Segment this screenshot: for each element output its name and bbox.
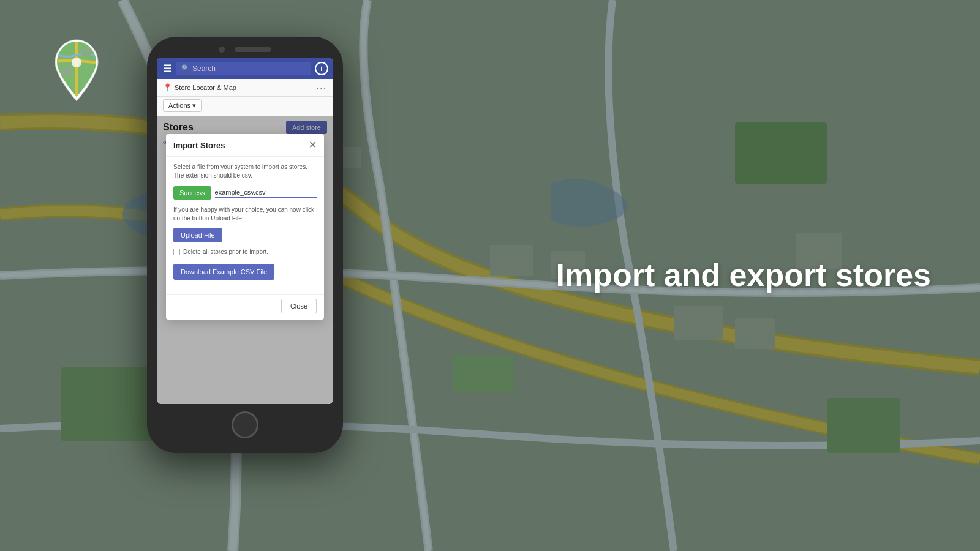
headline-text: Import and export stores <box>556 257 931 294</box>
upload-file-button[interactable]: Upload File <box>173 228 222 242</box>
phone-screen: ☰ 🔍 Search i 📍 Store Locator & Map ··· A… <box>157 58 333 404</box>
svg-rect-15 <box>61 67 72 76</box>
file-name-input[interactable] <box>215 187 317 198</box>
phone-home-button[interactable] <box>232 411 258 438</box>
actions-button[interactable]: Actions ▾ <box>163 99 202 112</box>
phone-speaker <box>235 47 271 52</box>
more-options-icon[interactable]: ··· <box>316 83 327 92</box>
search-text: Search <box>192 64 216 73</box>
info-icon[interactable]: i <box>315 62 328 75</box>
modal-close-button[interactable]: ✕ <box>309 140 317 150</box>
download-csv-button[interactable]: Download Example CSV File <box>173 264 274 280</box>
hamburger-icon[interactable]: ☰ <box>162 61 173 75</box>
modal-title: Import Stores <box>173 141 225 150</box>
search-bar[interactable]: 🔍 Search <box>176 62 311 75</box>
pin-icon: 📍 <box>163 83 172 92</box>
search-icon: 🔍 <box>181 64 190 72</box>
phone-mockup: ☰ 🔍 Search i 📍 Store Locator & Map ··· A… <box>147 37 343 453</box>
upload-description: If you are happy with your choice, you c… <box>173 206 317 223</box>
delete-label: Delete all stores prior to import. <box>183 249 268 255</box>
svg-rect-16 <box>81 49 91 56</box>
modal-description: Select a file from your system to import… <box>173 163 317 180</box>
svg-point-17 <box>72 58 81 67</box>
import-stores-modal: Import Stores ✕ Select a file from your … <box>166 134 324 320</box>
success-file-button[interactable]: Success <box>173 186 211 200</box>
modal-overlay: Import Stores ✕ Select a file from your … <box>157 116 333 404</box>
store-locator-label: Store Locator & Map <box>175 84 236 91</box>
app-logo <box>49 37 104 104</box>
modal-close-footer-button[interactable]: Close <box>281 299 317 313</box>
delete-checkbox[interactable] <box>173 249 180 255</box>
phone-camera <box>219 47 225 53</box>
